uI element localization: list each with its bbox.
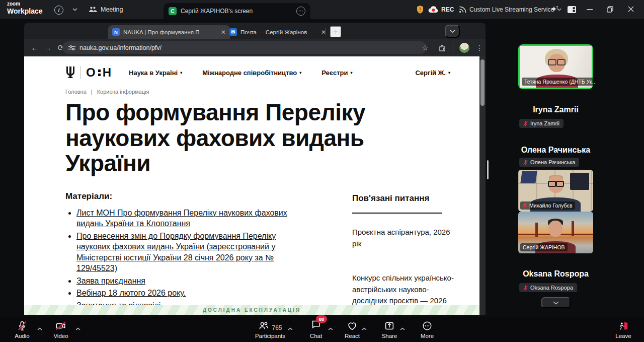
chat-label: Chat xyxy=(310,333,322,339)
mic-muted-icon xyxy=(17,320,28,331)
panel-resize-handle[interactable] xyxy=(487,160,489,179)
cloud-recording-icon xyxy=(428,6,439,13)
logo-divider xyxy=(80,66,81,79)
view-layout-button[interactable] xyxy=(568,6,576,13)
browser-tab-mail[interactable]: ✉ Почта — Сергій Жарінов — ✕ xyxy=(225,25,330,39)
camera-muted-icon xyxy=(55,320,67,331)
audio-tile-oksana[interactable]: Oksana Rospopa Oksana Rospopa xyxy=(518,253,593,295)
more-label: More xyxy=(421,333,434,339)
profile-avatar[interactable] xyxy=(458,39,471,56)
materials-link-3[interactable]: Заява приєднання xyxy=(76,277,145,285)
participant-name: Oksana Rospopa xyxy=(523,269,589,279)
page-scrollbar[interactable] xyxy=(479,56,486,315)
audio-tile-iryna[interactable]: Iryna Zamrii Iryna Zamrii xyxy=(518,89,593,130)
leave-button[interactable]: Leave xyxy=(607,319,639,339)
chevron-down-icon xyxy=(72,8,77,11)
shared-app-icon: C xyxy=(169,7,177,15)
more-icon xyxy=(422,320,433,331)
back-button[interactable]: ← xyxy=(28,43,41,52)
tab-options-icon[interactable]: ⋯ xyxy=(296,7,305,16)
leave-icon xyxy=(617,320,629,331)
breadcrumb-useful-info[interactable]: Корисна інформація xyxy=(97,89,149,95)
shared-screen-stage: N NAUKA | Про формування П ✕ ✉ Почта — С… xyxy=(0,19,644,317)
minimize-icon xyxy=(587,9,593,10)
video-tile-mykhailo[interactable]: Михайло Голубєв xyxy=(518,170,593,212)
new-tab-button[interactable]: + xyxy=(330,26,341,37)
broadcast-icon xyxy=(459,6,466,13)
audio-tile-olena[interactable]: Олена Рачинська Олена Рачинська xyxy=(518,130,593,169)
live-streaming-control[interactable]: Custom Live Streaming Service xyxy=(459,0,561,19)
browser-menu-icon[interactable]: ⋮ xyxy=(473,39,486,56)
materials-link-1[interactable]: Лист МОН Про формування Переліку наукови… xyxy=(76,209,287,228)
gallery-view-icon xyxy=(568,6,576,13)
related-questions-section: Пов'язані питання Проєктна аспірантура, … xyxy=(352,193,459,307)
chevron-down-icon xyxy=(553,301,559,305)
forward-button[interactable]: → xyxy=(41,43,54,52)
site-user-menu[interactable]: Сергій Ж.▾ xyxy=(415,69,450,77)
info-button[interactable]: i xyxy=(54,6,63,15)
breadcrumb-home[interactable]: Головна xyxy=(65,89,87,95)
materials-heading: Матеріали: xyxy=(65,191,307,201)
bookmark-star-icon[interactable]: ☆ xyxy=(419,39,432,56)
audio-button[interactable]: Audio xyxy=(6,319,38,339)
titlebar-dropdown-button[interactable] xyxy=(72,8,77,11)
list-item: Лист МОН Про формування Переліку наукови… xyxy=(76,208,307,229)
tab-meeting[interactable]: Meeting xyxy=(89,0,123,19)
participant-name-label: Oksana Rospopa xyxy=(519,283,577,292)
audio-options-chevron[interactable] xyxy=(37,324,42,332)
browser-tab-nauka[interactable]: N NAUKA | Про формування П ✕ xyxy=(108,25,230,39)
related-link-2[interactable]: Конкурс спільних українсько-австрійських… xyxy=(352,272,459,307)
video-options-chevron[interactable] xyxy=(75,324,80,332)
site-header: О Н Наука в Україні▾ Міжнародне співробі… xyxy=(24,56,486,80)
scrollbar-thumb[interactable] xyxy=(480,59,485,106)
ai-companion-button[interactable] xyxy=(550,5,559,14)
mic-muted-icon xyxy=(523,203,527,209)
nauka-favicon: N xyxy=(112,28,120,36)
participants-icon xyxy=(258,320,269,331)
tab-screen-share[interactable]: C Сергій ЖАРІНОВ's screen ⋯ xyxy=(164,3,310,19)
chevron-up-icon xyxy=(288,327,293,330)
video-tile-serhii[interactable]: Сергій ЖАРІНОВ xyxy=(518,212,593,253)
mic-muted-icon xyxy=(523,160,528,165)
close-window-button[interactable] xyxy=(628,6,634,12)
site-nav: Наука в Україні▾ Міжнародне співробітниц… xyxy=(129,69,352,77)
extensions-icon[interactable] xyxy=(436,39,449,56)
participants-label: Participants xyxy=(255,333,285,339)
chat-button[interactable]: 88 Chat xyxy=(300,319,332,339)
more-button[interactable]: More xyxy=(411,319,443,339)
materials-link-2[interactable]: Про внесення змін до Порядку формування … xyxy=(76,232,276,273)
nav-science-in-ukraine[interactable]: Наука в Україні▾ xyxy=(129,69,182,77)
chevron-up-icon xyxy=(328,327,333,330)
materials-link-4[interactable]: Вебінар 18 лютого 2026 року. xyxy=(76,289,186,297)
video-tile-tetiana[interactable]: Тетяна Ярошенко (ДНТБ Ук… xyxy=(518,44,593,89)
related-heading: Пов'язані питання xyxy=(352,193,459,203)
chevron-up-icon xyxy=(362,327,367,330)
leave-label: Leave xyxy=(615,333,631,339)
share-label: Share xyxy=(382,333,397,339)
page-title: Про формування Переліку наукових фахових… xyxy=(65,100,418,176)
mon-logo[interactable]: О Н xyxy=(65,65,112,80)
meeting-controls-toolbar: Audio Video 765 xyxy=(0,317,644,342)
restore-window-button[interactable] xyxy=(607,6,613,13)
share-screen-icon xyxy=(384,320,395,331)
browser-tabstrip: N NAUKA | Про формування П ✕ ✉ Почта — С… xyxy=(24,23,486,39)
related-link-1[interactable]: Проєктна аспірантура, 2026 рік xyxy=(352,227,459,249)
meeting-tab-label: Meeting xyxy=(101,6,123,13)
more-participants-button[interactable] xyxy=(541,297,571,308)
breadcrumb-separator: | xyxy=(91,89,93,95)
recording-indicator[interactable]: REC xyxy=(428,0,454,19)
react-options-chevron[interactable] xyxy=(362,324,367,332)
chat-options-chevron[interactable] xyxy=(328,324,333,332)
address-bar[interactable]: nauka.gov.ua/information/pfv/ xyxy=(62,41,427,54)
participants-options-chevron[interactable] xyxy=(288,324,293,332)
caret-down-icon: ▾ xyxy=(180,71,182,75)
share-options-chevron[interactable] xyxy=(400,324,405,332)
nav-international-cooperation[interactable]: Міжнародне співробітництво▾ xyxy=(202,69,301,77)
video-button[interactable]: Video xyxy=(45,319,77,339)
minimize-button[interactable] xyxy=(587,9,593,10)
participants-button[interactable]: 765 Participants xyxy=(251,319,289,339)
security-shield-icon[interactable] xyxy=(417,6,424,14)
nav-registries[interactable]: Реєстри▾ xyxy=(321,69,352,77)
list-item: Заява приєднання xyxy=(76,276,307,287)
view-options-button[interactable] xyxy=(445,25,460,38)
